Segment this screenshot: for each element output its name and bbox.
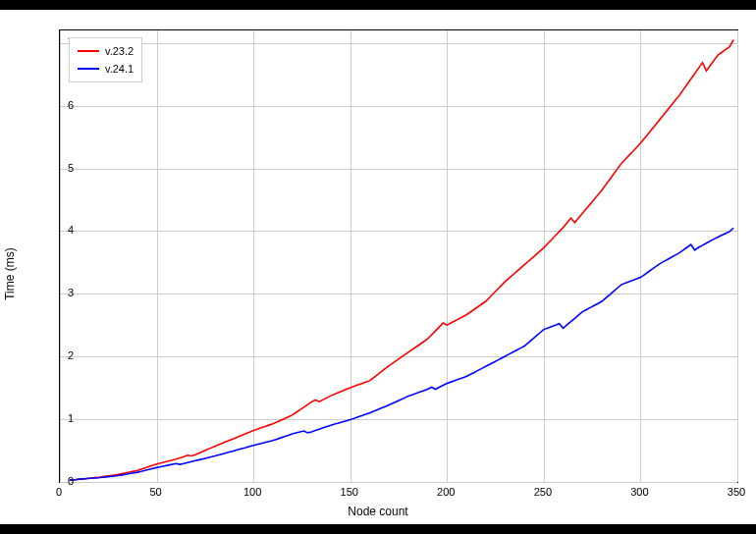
x-tick-label: 300 bbox=[630, 486, 648, 498]
x-tick-label: 150 bbox=[341, 486, 358, 498]
legend: v.23.2 v.24.1 bbox=[69, 37, 142, 82]
x-tick-label: 0 bbox=[56, 486, 62, 498]
plot-area bbox=[59, 29, 738, 483]
y-tick-label: 6 bbox=[44, 99, 74, 111]
legend-entry-0: v.23.2 bbox=[78, 42, 134, 60]
series-line-1 bbox=[70, 228, 733, 480]
y-tick-label: 2 bbox=[44, 349, 74, 361]
y-tick-label: 4 bbox=[44, 224, 74, 236]
y-axis-label: Time (ms) bbox=[3, 247, 17, 300]
x-tick-label: 350 bbox=[728, 486, 745, 498]
grid-line-h bbox=[60, 482, 737, 483]
chart-container: 050100150200250300350 01234567 Node coun… bbox=[0, 10, 756, 524]
x-tick-label: 250 bbox=[534, 486, 552, 498]
y-tick-label: 5 bbox=[44, 162, 74, 174]
x-tick-label: 100 bbox=[243, 486, 261, 498]
legend-label-0: v.23.2 bbox=[105, 45, 134, 57]
legend-label-1: v.24.1 bbox=[105, 63, 134, 75]
y-tick-label: 1 bbox=[44, 412, 74, 424]
series-line-0 bbox=[70, 40, 733, 481]
y-tick-label: 0 bbox=[44, 475, 74, 487]
y-tick-label: 3 bbox=[44, 287, 74, 298]
grid-line-v bbox=[737, 30, 738, 482]
x-tick-label: 200 bbox=[437, 486, 455, 498]
x-axis-label: Node count bbox=[348, 505, 407, 518]
x-tick-label: 50 bbox=[149, 486, 161, 498]
chart-lines bbox=[60, 30, 737, 482]
legend-entry-1: v.24.1 bbox=[78, 60, 134, 78]
